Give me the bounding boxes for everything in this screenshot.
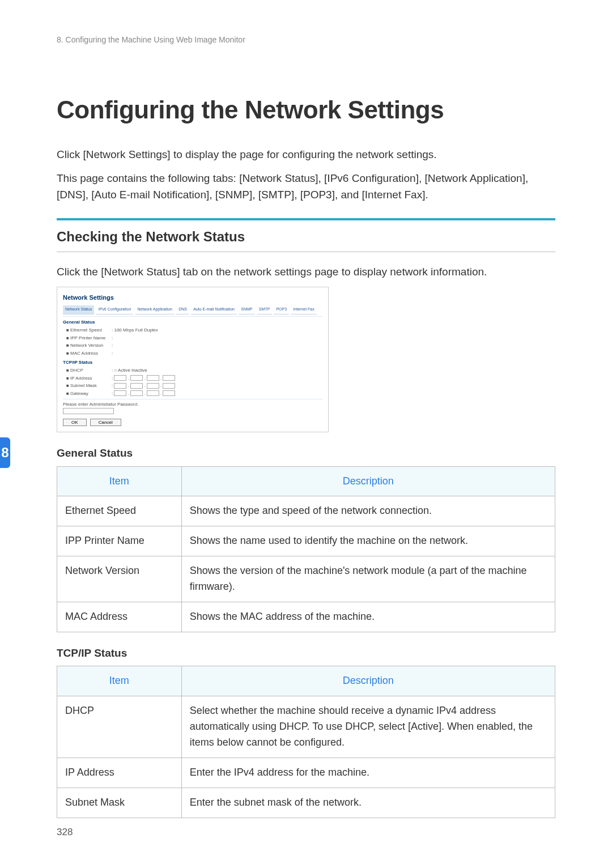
cell-item: DHCP (57, 696, 182, 758)
shot-tabs: Network Status IPv6 Configuration Networ… (63, 305, 322, 314)
col-item: Item (57, 466, 182, 496)
table-row: IPP Printer NameShows the name used to i… (57, 526, 555, 556)
shot-tab-dns: DNS (176, 305, 189, 314)
shot-password-input (63, 408, 114, 414)
table-row: DHCPSelect whether the machine should re… (57, 696, 555, 758)
shot-title: Network Settings (63, 293, 322, 303)
shot-tab-network-application: Network Application (135, 305, 175, 314)
intro-para-1: Click [Network Settings] to display the … (57, 146, 555, 163)
cell-desc: Select whether the machine should receiv… (181, 696, 555, 758)
cell-item: IPP Printer Name (57, 526, 182, 556)
general-status-table: Item Description Ethernet SpeedShows the… (57, 466, 555, 632)
shot-row-mac-address: ■ MAC Address: (66, 350, 322, 357)
cell-item: MAC Address (57, 602, 182, 632)
cell-desc: Enter the subnet mask of the network. (181, 788, 555, 818)
cell-desc: Shows the MAC address of the machine. (181, 602, 555, 632)
intro-para-2: This page contains the following tabs: [… (57, 170, 555, 203)
shot-row-gateway: ■ Gateway: . . . (66, 390, 322, 397)
cell-item: Subnet Mask (57, 788, 182, 818)
table-row: MAC AddressShows the MAC address of the … (57, 602, 555, 632)
shot-password-prompt: Please enter Administrator Password. (63, 401, 322, 408)
shot-row-network-version: ■ Network Version: (66, 342, 322, 349)
table-row: Subnet MaskEnter the subnet mask of the … (57, 788, 555, 818)
shot-row-ipp-printer-name: ■ IPP Printer Name: (66, 335, 322, 342)
cell-desc: Enter the IPv4 address for the machine. (181, 758, 555, 788)
cell-desc: Shows the name used to identify the mach… (181, 526, 555, 556)
table1-heading: General Status (57, 445, 555, 461)
section1-intro: Click the [Network Status] tab on the ne… (57, 263, 555, 280)
tcpip-status-table: Item Description DHCPSelect whether the … (57, 666, 555, 818)
table-row: IP AddressEnter the IPv4 address for the… (57, 758, 555, 788)
chapter-side-tab: 8 (0, 437, 10, 468)
shot-tab-snmp: SNMP (239, 305, 254, 314)
table2-heading: TCP/IP Status (57, 645, 555, 661)
cell-item: Ethernet Speed (57, 496, 182, 526)
table-row: Ethernet SpeedShows the type and speed o… (57, 496, 555, 526)
page-title: Configuring the Network Settings (57, 91, 555, 129)
cell-desc: Shows the version of the machine's netwo… (181, 556, 555, 602)
shot-tab-internet-fax: Internet Fax (291, 305, 316, 314)
section-heading-checking-network-status: Checking the Network Status (57, 218, 555, 252)
shot-tab-ipv6: IPv6 Configuration (96, 305, 134, 314)
shot-tab-auto-email: Auto E-mail Notification (191, 305, 237, 314)
network-settings-screenshot: Network Settings Network Status IPv6 Con… (57, 287, 329, 432)
col-item: Item (57, 666, 182, 696)
shot-tab-smtp: SMTP (257, 305, 272, 314)
col-desc: Description (181, 666, 555, 696)
cell-item: Network Version (57, 556, 182, 602)
cell-item: IP Address (57, 758, 182, 788)
page-number: 328 (57, 825, 73, 840)
shot-row-ethernet-speed: ■ Ethernet Speed: 100 Mbps Full Duplex (66, 327, 322, 334)
shot-row-subnet-mask: ■ Subnet Mask: . . . (66, 382, 322, 389)
shot-row-ip-address: ■ IP Address: . . . (66, 375, 322, 382)
chapter-header: 8. Configuring the Machine Using Web Ima… (57, 34, 245, 46)
shot-ok-button: OK (63, 419, 87, 426)
col-desc: Description (181, 466, 555, 496)
shot-cancel-button: Cancel (90, 419, 121, 426)
cell-desc: Shows the type and speed of the network … (181, 496, 555, 526)
table-row: Network VersionShows the version of the … (57, 556, 555, 602)
shot-tab-pop3: POP3 (274, 305, 289, 314)
shot-group-tcpip-status: TCP/IP Status (63, 359, 322, 366)
shot-row-dhcp: ■ DHCP: ○ Active Inactive (66, 367, 322, 374)
shot-group-general-status: General Status (63, 319, 322, 326)
shot-tab-network-status: Network Status (63, 305, 94, 314)
